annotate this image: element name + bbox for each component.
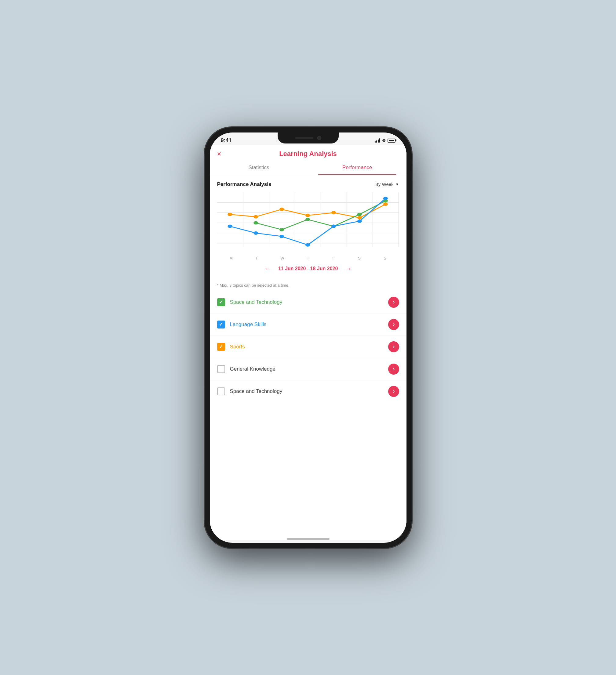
app-content: × Learning Analysis Statistics Performan…	[210, 145, 407, 540]
chart-svg	[217, 192, 399, 253]
topic-item-space-technology[interactable]: ✓ Space and Technology ›	[210, 291, 407, 313]
chevron-down-icon: ▼	[396, 182, 399, 186]
chevron-right-icon: ›	[393, 321, 395, 327]
topic-checkbox-space-technology-2[interactable]	[217, 387, 225, 395]
svg-point-28	[305, 243, 310, 246]
x-axis-labels: M T W T F S S	[217, 256, 399, 260]
topic-checkbox-language-skills[interactable]: ✓	[217, 320, 225, 328]
topic-item-general-knowledge[interactable]: General Knowledge ›	[210, 358, 407, 380]
topic-detail-button-sports[interactable]: ›	[388, 341, 399, 352]
svg-point-29	[331, 224, 336, 228]
tab-performance[interactable]: Performance	[308, 160, 407, 175]
svg-point-26	[254, 231, 258, 234]
topic-label-space-technology: Space and Technology	[230, 299, 388, 305]
topic-checkbox-general-knowledge[interactable]	[217, 365, 225, 373]
notch-camera	[317, 136, 321, 140]
svg-point-13	[254, 215, 258, 218]
x-label-t2: T	[295, 256, 321, 260]
svg-point-18	[383, 203, 388, 206]
performance-chart	[217, 192, 399, 253]
x-label-s1: S	[347, 256, 372, 260]
svg-point-14	[279, 208, 284, 211]
checkmark-icon: ✓	[219, 321, 223, 327]
signal-icon	[375, 138, 380, 143]
date-navigation: ← 11 Jun 2020 - 18 Jun 2020 →	[217, 260, 399, 277]
topic-checkbox-sports[interactable]: ✓	[217, 343, 225, 351]
phone-device: 9:41 ⊛ × Learnin	[204, 127, 412, 548]
chevron-right-icon: ›	[393, 388, 395, 394]
topic-detail-button-general-knowledge[interactable]: ›	[388, 364, 399, 375]
svg-point-25	[227, 224, 232, 228]
svg-point-12	[227, 213, 232, 216]
topic-list: ✓ Space and Technology › ✓ Language Skil…	[210, 291, 407, 402]
svg-point-23	[357, 213, 362, 216]
topic-label-language-skills: Language Skills	[230, 321, 388, 327]
svg-point-27	[279, 234, 284, 238]
prev-date-button[interactable]: ←	[264, 265, 271, 273]
topic-item-space-technology-2[interactable]: Space and Technology ›	[210, 380, 407, 402]
home-indicator	[287, 538, 330, 540]
tab-statistics[interactable]: Statistics	[210, 160, 308, 175]
status-icons: ⊛	[375, 138, 396, 143]
notch-speaker	[295, 137, 313, 139]
svg-point-16	[331, 211, 336, 214]
chevron-right-icon: ›	[393, 299, 395, 305]
topic-detail-button-space-technology-2[interactable]: ›	[388, 386, 399, 397]
x-label-w: W	[270, 256, 295, 260]
app-header: × Learning Analysis	[210, 145, 407, 160]
date-range-label: 11 Jun 2020 - 18 Jun 2020	[278, 266, 338, 272]
svg-point-20	[279, 228, 284, 231]
section-title: Performance Analysis	[217, 181, 272, 188]
phone-screen: 9:41 ⊛ × Learnin	[210, 133, 407, 543]
notch	[278, 133, 339, 144]
topic-item-sports[interactable]: ✓ Sports ›	[210, 336, 407, 358]
section-header: Performance Analysis By Week ▼	[217, 181, 399, 188]
topic-label-space-technology-2: Space and Technology	[230, 388, 388, 394]
svg-point-21	[305, 218, 310, 221]
checkmark-icon: ✓	[219, 299, 223, 305]
topic-label-sports: Sports	[230, 344, 388, 350]
battery-icon	[388, 139, 396, 143]
x-label-m: M	[218, 256, 244, 260]
tab-bar: Statistics Performance	[210, 160, 407, 175]
filter-button[interactable]: By Week ▼	[375, 182, 399, 187]
topic-label-general-knowledge: General Knowledge	[230, 366, 388, 372]
svg-point-30	[357, 219, 362, 223]
close-button[interactable]: ×	[217, 150, 221, 158]
svg-point-31	[383, 197, 388, 200]
topic-detail-button-language-skills[interactable]: ›	[388, 319, 399, 330]
x-label-f: F	[321, 256, 347, 260]
checkmark-icon: ✓	[219, 344, 223, 350]
topic-item-language-skills[interactable]: ✓ Language Skills ›	[210, 313, 407, 335]
performance-section: Performance Analysis By Week ▼	[210, 175, 407, 283]
topics-note: * Max. 3 topics can be selected at a tim…	[210, 283, 407, 291]
status-time: 9:41	[221, 137, 232, 144]
svg-point-19	[254, 221, 258, 224]
svg-point-17	[357, 216, 362, 219]
topic-checkbox-space-technology[interactable]: ✓	[217, 298, 225, 306]
next-date-button[interactable]: →	[345, 265, 352, 273]
x-label-t1: T	[244, 256, 270, 260]
svg-point-15	[305, 214, 310, 217]
wifi-icon: ⊛	[382, 138, 386, 143]
x-label-s2: S	[372, 256, 398, 260]
chevron-right-icon: ›	[393, 366, 395, 372]
chevron-right-icon: ›	[393, 344, 395, 350]
app-title: Learning Analysis	[279, 150, 337, 158]
topic-detail-button-space-technology[interactable]: ›	[388, 297, 399, 308]
